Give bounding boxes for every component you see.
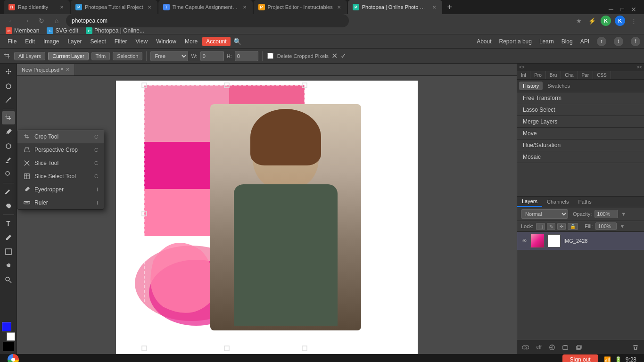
history-item-3[interactable]: Move [517,128,644,140]
delete-pixels-checkbox[interactable] [267,53,273,59]
mini-label-bru[interactable]: Bru [546,71,561,79]
file-tab-close[interactable]: ✕ [66,66,70,73]
history-tab[interactable]: History [519,82,543,90]
sign-out-button[interactable]: Sign out [562,354,598,362]
eyedropper-button[interactable] [2,125,15,139]
lock-move-btn[interactable]: ✛ [557,223,566,230]
effects-icon[interactable]: eff [534,343,544,352]
bookmark-svg-edit[interactable]: S SVG-edit [47,27,78,34]
browser-tab-4[interactable]: P Project Editor - Instructables ✕ [254,0,347,14]
swatches-tab[interactable]: Swatches [544,82,574,90]
reload-button[interactable]: ↻ [36,15,47,26]
opacity-arrow[interactable]: ▼ [621,211,626,217]
paths-tab[interactable]: Paths [574,197,596,206]
minimize-button[interactable]: ─ [606,5,616,14]
menu-dots-icon[interactable]: ⋮ [629,16,638,25]
browser-tab-2[interactable]: P Photopea Tutorial Project ✕ [71,0,157,14]
home-button[interactable]: ⌂ [51,15,62,26]
zoom-tool-button[interactable] [2,273,15,287]
canvas-viewport[interactable] [17,76,517,354]
browser-tab-5[interactable]: P Photopea | Online Photo Editor ✕ [348,0,442,14]
bookmark-star-icon[interactable]: ★ [574,16,584,25]
heal-tool-button[interactable] [2,140,15,153]
menu-window[interactable]: Window [152,37,180,46]
back-button[interactable]: ← [6,15,17,26]
text-tool-button[interactable]: T [2,217,15,230]
current-layer-button[interactable]: Current Layer [48,52,88,60]
ctx-slice-select[interactable]: Slice Select Tool C [17,170,104,183]
channels-tab[interactable]: Channels [542,197,573,206]
reddit-icon[interactable]: r [597,37,606,46]
menu-select[interactable]: Select [86,37,109,46]
adjustment-layer-icon[interactable] [547,343,557,352]
history-item-1[interactable]: Lasso Select [517,104,644,116]
url-input[interactable] [66,14,349,27]
twitter-icon[interactable]: t [614,37,623,46]
history-item-4[interactable]: Hue/Saturation [517,140,644,151]
all-layers-button[interactable]: All Layers [14,52,45,60]
tab-1-close[interactable]: ✕ [58,4,65,10]
lock-all-btn[interactable]: 🔒 [568,223,578,230]
fill-input[interactable] [595,222,617,230]
delete-layer-icon[interactable] [631,343,640,352]
new-tab-button[interactable]: + [443,0,456,14]
panel-collapse-right[interactable]: >< [636,65,642,70]
lock-position-btn[interactable]: ✎ [547,223,555,230]
pen-tool-button[interactable] [2,231,15,244]
ctx-eyedropper[interactable]: Eyedropper I [17,183,104,196]
layer-visibility-icon[interactable]: 👁 [521,238,528,244]
bookmark-photopea[interactable]: P Photopea | Online... [86,27,144,34]
magic-wand-button[interactable] [2,94,15,107]
bookmark-membean[interactable]: M Membean [6,27,39,34]
history-item-2[interactable]: Merge Layers [517,116,644,128]
browser-tab-1[interactable]: R RapidIdentity ✕ [4,0,70,14]
menu-account[interactable]: Account [202,37,230,46]
mini-label-css[interactable]: CSS [593,71,611,79]
layers-tab[interactable]: Layers [517,197,542,207]
hand-tool-button[interactable] [2,259,15,272]
opacity-input[interactable] [594,210,618,218]
background-color-swatch[interactable] [7,332,15,341]
ctx-ruler[interactable]: Ruler I [17,196,104,209]
mini-label-par[interactable]: Par [578,71,594,79]
w-input[interactable] [200,51,224,61]
profile-avatar[interactable]: K [601,16,611,26]
history-item-5[interactable]: Mosaic [517,151,644,163]
ctx-slice-tool[interactable]: Slice Tool C [17,156,104,170]
ctx-perspective-crop[interactable]: Perspective Crop C [17,143,104,156]
menu-learn[interactable]: Learn [539,38,554,45]
brush-tool-button[interactable] [2,154,15,167]
menu-filter[interactable]: Filter [111,37,131,46]
crop-tool-button[interactable] [2,111,15,124]
ctx-crop-tool[interactable]: Crop Tool C [17,130,104,143]
group-layers-icon[interactable] [561,343,570,352]
menu-about[interactable]: About [477,38,491,45]
selection-button[interactable]: Selection [113,52,142,60]
lock-pixels-btn[interactable]: ⬚ [536,223,545,230]
eraser-tool-button[interactable] [2,185,15,198]
mini-label-cha[interactable]: Cha [561,71,578,79]
search-icon[interactable]: 🔍 [233,38,241,45]
facebook-icon[interactable]: f [631,37,640,46]
cancel-crop-button[interactable]: ✕ [331,51,338,60]
link-layers-icon[interactable] [521,343,530,352]
mini-label-inf[interactable]: Inf [517,71,530,79]
history-item-0[interactable]: Free Transform [517,92,644,104]
trim-button[interactable]: Trim [91,52,110,60]
menu-report[interactable]: Report a bug [499,38,532,45]
tab-2-close[interactable]: ✕ [146,4,153,10]
menu-blog[interactable]: Blog [561,38,573,45]
tab-4-close[interactable]: ✕ [336,4,342,10]
h-input[interactable] [235,51,258,61]
extensions-icon[interactable]: ⚡ [587,16,597,25]
default-colors-icon[interactable] [3,342,14,351]
move-tool-button[interactable] [2,66,15,79]
lasso-tool-button[interactable] [2,80,15,93]
browser-tab-3[interactable]: T Time Capsule Assignment - Go... ✕ [158,0,253,14]
menu-view[interactable]: View [132,37,151,46]
close-window-button[interactable]: ✕ [629,5,638,14]
menu-api[interactable]: API [580,38,589,45]
blend-mode-select[interactable]: Normal [521,209,568,219]
clone-stamp-button[interactable] [2,168,15,181]
forward-button[interactable]: → [21,15,32,26]
